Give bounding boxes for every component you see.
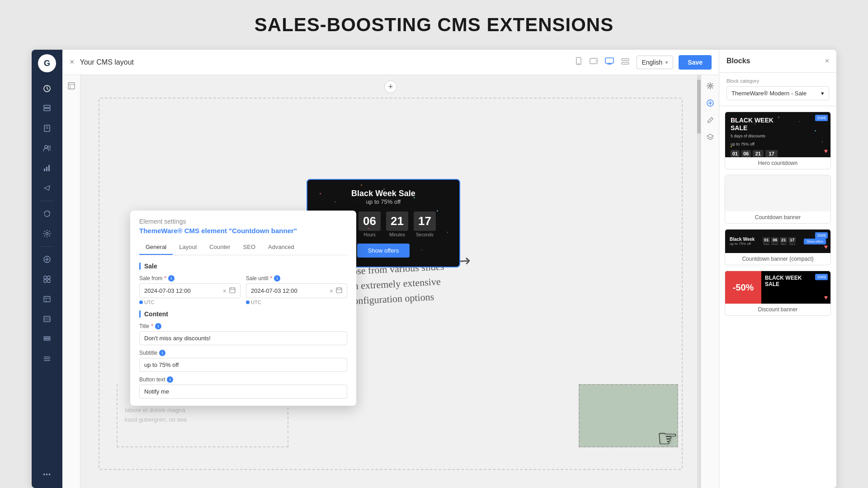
block-item-countdown-compact[interactable]: SW6 ♥ Black Week up to 75% off 01 Days — [725, 229, 831, 265]
block-item-countdown-banner[interactable]: Countdown banner — [725, 175, 831, 224]
sale-from-info-icon[interactable]: i — [168, 275, 175, 282]
sidebar-item-settings[interactable] — [38, 225, 56, 243]
compact-left: Black Week up to 75% off — [730, 237, 755, 246]
blocks-panel-close-button[interactable]: × — [825, 57, 829, 65]
sale-until-clear-button[interactable]: × — [330, 287, 333, 295]
button-text-info-icon[interactable]: i — [167, 376, 173, 383]
layout-icon[interactable] — [65, 80, 78, 92]
canvas-scrollbar[interactable] — [697, 75, 701, 488]
block-hero-thumbnail: SW6 ♥ BLACK WEEKSALE 5 days of discounts… — [725, 112, 830, 157]
svg-rect-15 — [44, 276, 47, 279]
element-settings-body: Sale Sale from * i — [130, 255, 356, 406]
sidebar-item-marketing[interactable] — [38, 179, 56, 197]
save-button[interactable]: Save — [679, 55, 712, 70]
sidebar-item-sync[interactable] — [38, 205, 56, 223]
tab-layout[interactable]: Layout — [173, 240, 203, 255]
add-block-icon[interactable] — [704, 97, 717, 109]
sidebar-item-pages[interactable] — [38, 119, 56, 137]
title-field-group: Title * i Don't miss any discounts! — [139, 323, 347, 345]
svg-rect-19 — [44, 296, 50, 302]
sidebar-item-layers[interactable] — [38, 99, 56, 117]
button-text-label: Button text i — [139, 376, 347, 383]
svg-point-50 — [709, 85, 711, 87]
tab-seo[interactable]: SEO — [237, 240, 262, 255]
block-fav-discount[interactable]: ♥ — [824, 294, 828, 301]
sidebar-logo[interactable]: G — [38, 54, 56, 72]
svg-rect-1 — [44, 105, 50, 108]
sale-from-clear-button[interactable]: × — [223, 287, 226, 295]
svg-rect-18 — [47, 280, 50, 282]
tab-counter[interactable]: Counter — [203, 240, 236, 255]
discount-percent: -50% — [725, 271, 761, 304]
sidebar-item-table1[interactable] — [38, 290, 56, 308]
subtitle-input[interactable]: up to 75% off — [139, 358, 347, 372]
timer-seconds-label: Seconds — [414, 232, 436, 237]
block-fav-hero[interactable]: ♥ — [824, 147, 828, 155]
timer-seconds-value: 17 — [414, 211, 436, 231]
button-text-group: Button text i Notify me — [139, 376, 347, 399]
canvas-add-button[interactable]: + — [384, 80, 397, 93]
sale-from-calendar-icon[interactable] — [229, 287, 236, 295]
sidebar-item-activity[interactable] — [38, 80, 56, 98]
block-fav-compact[interactable]: ♥ — [824, 243, 828, 250]
sale-until-input[interactable]: 2024-07-03 12:00 × — [246, 283, 347, 298]
hero-thumb-content: BLACK WEEKSALE 5 days of discounts up to… — [725, 112, 830, 157]
sale-from-input[interactable]: 2024-07-03 12:00 × — [139, 283, 241, 298]
sidebar-item-table2[interactable] — [38, 310, 56, 328]
compact-title: Black Week — [730, 237, 755, 242]
blocks-category-selector[interactable]: ThemeWare® Modern - Sale ▾ — [726, 86, 829, 100]
svg-rect-26 — [44, 339, 50, 340]
hero-thumb-sub1: 5 days of discounts — [731, 134, 825, 138]
sidebar-item-table4[interactable] — [38, 350, 56, 368]
element-settings-label: Element settings — [139, 218, 347, 225]
compact-timer-s: 17 Secs — [788, 237, 796, 245]
sidebar-more[interactable]: ••• — [38, 465, 56, 483]
sidebar-item-plus[interactable] — [38, 250, 56, 268]
sidebar-item-table3[interactable] — [38, 330, 56, 348]
toolbar-close-button[interactable]: × — [70, 57, 75, 67]
subtitle-info-icon[interactable]: i — [159, 350, 165, 356]
edit-icon[interactable] — [704, 114, 717, 127]
sidebar-item-grid[interactable] — [38, 270, 56, 288]
content-area: × Your CMS layout — [62, 50, 719, 488]
blocks-category-label: Block category — [726, 78, 829, 84]
language-selector[interactable]: English ▾ — [637, 56, 673, 69]
block-item-discount-banner[interactable]: SW6 ♥ -50% BLACK WEEK SALE Discount bann… — [725, 271, 831, 316]
block-item-hero-countdown[interactable]: SW6 ♥ BLACK WEEKSALE 5 days of discounts… — [725, 112, 831, 169]
tablet-device-button[interactable] — [588, 56, 599, 69]
svg-rect-10 — [48, 165, 50, 171]
sale-until-info-icon[interactable]: i — [274, 275, 280, 282]
block-label-compact: Countdown banner (compact) — [725, 253, 830, 265]
svg-rect-9 — [46, 167, 47, 171]
sidebar: G — [32, 50, 62, 488]
countdown-preview-title: Black Week Sale — [316, 189, 450, 198]
title-info-icon[interactable]: i — [155, 323, 161, 329]
blocks-panel-header: Blocks × — [719, 50, 836, 73]
button-text-input[interactable]: Notify me — [139, 385, 347, 399]
right-settings-panel — [701, 75, 719, 488]
toolbar-devices — [573, 55, 631, 69]
list-view-button[interactable] — [619, 56, 631, 69]
svg-rect-8 — [44, 169, 45, 171]
svg-rect-16 — [47, 276, 50, 279]
hero-thumb-title: BLACK WEEKSALE — [731, 117, 825, 132]
tab-advanced[interactable]: Advanced — [262, 240, 301, 255]
svg-rect-42 — [230, 288, 235, 293]
compact-sub: up to 75% off — [730, 242, 755, 246]
sidebar-item-analytics[interactable] — [38, 159, 56, 177]
compact-timer-d: 01 Days — [763, 237, 770, 245]
desktop-device-button[interactable] — [603, 56, 616, 69]
tab-general[interactable]: General — [139, 240, 173, 255]
countdown-preview-button[interactable]: Show offers — [357, 244, 410, 258]
title-input[interactable]: Don't miss any discounts! — [139, 331, 347, 345]
blocks-panel: Blocks × Block category ThemeWare® Moder… — [719, 50, 836, 488]
timer-unit-hours: 06 Hours — [359, 211, 381, 237]
mobile-device-button[interactable] — [573, 55, 584, 69]
sale-until-calendar-icon[interactable] — [336, 287, 342, 295]
layers-right-icon[interactable] — [704, 131, 717, 144]
element-settings-header: Element settings ThemeWare® CMS element … — [130, 211, 356, 255]
settings-gear-icon[interactable] — [704, 80, 717, 92]
sidebar-item-users[interactable] — [38, 139, 56, 157]
canvas-scrollbar-thumb[interactable] — [697, 80, 701, 134]
block-compact-thumbnail: SW6 ♥ Black Week up to 75% off 01 Days — [725, 230, 830, 253]
